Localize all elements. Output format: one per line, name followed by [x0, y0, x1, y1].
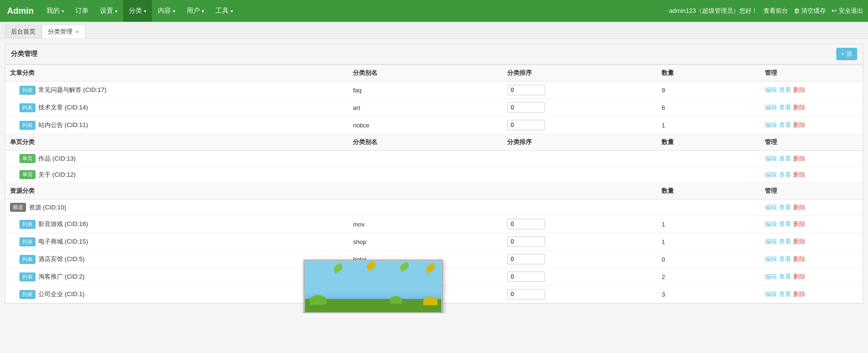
sort-input[interactable]: [507, 219, 545, 229]
tab-category[interactable]: 分类管理 ✕: [42, 25, 85, 38]
nav-category[interactable]: 分类 ▾: [123, 0, 152, 22]
category-name-cell: 列表 站内公告 (CID:11): [10, 121, 343, 130]
category-alias: notice: [348, 117, 502, 134]
panel-header: 分类管理 + 添: [5, 44, 863, 64]
edit-link[interactable]: 编辑: [765, 154, 777, 163]
front-link[interactable]: 查看前台: [763, 7, 788, 15]
view-link[interactable]: 查看: [779, 86, 791, 94]
edit-link[interactable]: 编辑: [765, 86, 777, 94]
nav-settings[interactable]: 设置 ▾: [94, 0, 123, 22]
sort-input[interactable]: [507, 85, 545, 95]
leaf-icon: [332, 262, 344, 273]
category-name: 公司企业 (CID:1): [38, 290, 85, 299]
edit-link[interactable]: 编辑: [765, 290, 777, 299]
category-name-cell: 单页 作品 (CID:13): [10, 154, 343, 163]
edit-link[interactable]: 编辑: [765, 220, 777, 228]
delete-link[interactable]: 删除: [793, 103, 805, 112]
sort-input[interactable]: [507, 289, 545, 299]
view-link[interactable]: 查看: [779, 121, 791, 129]
tag-list: 列表: [19, 272, 36, 281]
category-alias: shop: [348, 233, 502, 251]
tag-list: 列表: [19, 121, 36, 130]
category-alias: mov: [348, 216, 502, 233]
nav-content[interactable]: 内容 ▾: [152, 0, 181, 22]
delete-link[interactable]: 删除: [793, 171, 805, 179]
nav-right: admin123（超级管理员）您好！ 查看前台 🗑 清空缓存 ↩ 安全退出: [669, 7, 863, 15]
nav-orders[interactable]: 订单: [70, 0, 94, 22]
category-count: 3: [657, 286, 760, 303]
view-link[interactable]: 查看: [779, 171, 791, 179]
table-row: 列表 常见问题与解答 (CID:17) faq 9 编辑 查看 删除: [5, 81, 863, 99]
edit-link[interactable]: 编辑: [765, 255, 777, 263]
view-link[interactable]: 查看: [779, 255, 791, 263]
category-alias: faq: [348, 81, 502, 99]
category-name: 资源 (CID:10): [29, 203, 66, 212]
delete-link[interactable]: 删除: [793, 203, 805, 212]
delete-link[interactable]: 删除: [793, 220, 805, 228]
edit-link[interactable]: 编辑: [765, 237, 777, 246]
delete-link[interactable]: 删除: [793, 237, 805, 246]
sort-input[interactable]: [507, 102, 545, 113]
section-singlepage: 单页分类 分类别名 分类排序 数量 管理: [5, 134, 863, 151]
category-name-cell: 列表 电子商城 (CID:15): [10, 237, 343, 246]
action-links: 编辑 查看 删除: [765, 220, 858, 228]
edit-link[interactable]: 编辑: [765, 121, 777, 129]
add-category-button[interactable]: + 添: [836, 48, 857, 60]
delete-link[interactable]: 删除: [793, 154, 805, 163]
view-link[interactable]: 查看: [779, 272, 791, 281]
col-count-header: 数量: [657, 134, 760, 151]
table-row: 频道 资源 (CID:10) 编辑 查看 删除: [5, 199, 863, 216]
category-sort: [502, 151, 657, 167]
delete-link[interactable]: 删除: [793, 121, 805, 129]
sort-input[interactable]: [507, 272, 545, 282]
action-links: 编辑 查看 删除: [765, 86, 858, 94]
delete-link[interactable]: 删除: [793, 272, 805, 281]
clear-cache-link[interactable]: 🗑 清空缓存: [794, 7, 826, 15]
tag-list: 列表: [19, 86, 36, 95]
category-sort: [502, 199, 657, 216]
delete-link[interactable]: 删除: [793, 86, 805, 94]
category-name: 影音游戏 (CID:16): [38, 220, 88, 228]
nav-tools[interactable]: 工具 ▾: [210, 0, 239, 22]
col-sort-header: [502, 183, 657, 199]
category-count: 9: [657, 81, 760, 99]
sort-input[interactable]: [507, 254, 545, 264]
nav-mine[interactable]: 我的 ▾: [41, 0, 70, 22]
col-sort-header: 分类排序: [502, 134, 657, 151]
view-link[interactable]: 查看: [779, 154, 791, 163]
view-link[interactable]: 查看: [779, 220, 791, 228]
category-name-cell: 频道 资源 (CID:10): [10, 203, 343, 212]
delete-link[interactable]: 删除: [793, 290, 805, 299]
delete-link[interactable]: 删除: [793, 255, 805, 263]
view-link[interactable]: 查看: [779, 203, 791, 212]
chevron-down-icon: ▾: [231, 9, 233, 14]
edit-link[interactable]: 编辑: [765, 171, 777, 179]
category-alias: [348, 151, 502, 167]
col-manage-header: 管理: [760, 65, 863, 81]
edit-link[interactable]: 编辑: [765, 272, 777, 281]
sort-input[interactable]: [507, 120, 545, 130]
category-name: 技术文章 (CID:14): [38, 103, 88, 112]
col-alias-header: 分类别名: [348, 134, 502, 151]
sort-input[interactable]: [507, 236, 545, 247]
edit-link[interactable]: 编辑: [765, 103, 777, 112]
category-name-cell: 列表 技术文章 (CID:14): [10, 103, 343, 112]
view-link[interactable]: 查看: [779, 103, 791, 112]
nav-users[interactable]: 用户 ▾: [181, 0, 210, 22]
category-panel: 分类管理 + 添 文章分类 分类别名 分类排序 数量 管理: [5, 44, 863, 304]
category-count: [657, 199, 760, 216]
action-links: 编辑 查看 删除: [765, 290, 858, 299]
category-count: [657, 151, 760, 167]
logout-link[interactable]: ↩ 安全退出: [832, 7, 863, 15]
tab-home[interactable]: 后台首页: [5, 25, 42, 38]
brand-logo: Admin: [5, 6, 41, 16]
view-link[interactable]: 查看: [779, 290, 791, 299]
col-alias-header: [348, 183, 502, 199]
view-link[interactable]: 查看: [779, 237, 791, 246]
category-count: 0: [657, 251, 760, 268]
category-name-cell: 列表 酒店宾馆 (CID:5): [10, 255, 343, 264]
category-name-cell: 列表 淘客推广 (CID:2): [10, 272, 343, 281]
tag-list: 列表: [19, 290, 36, 299]
edit-link[interactable]: 编辑: [765, 203, 777, 212]
tab-close-icon[interactable]: ✕: [75, 29, 79, 35]
